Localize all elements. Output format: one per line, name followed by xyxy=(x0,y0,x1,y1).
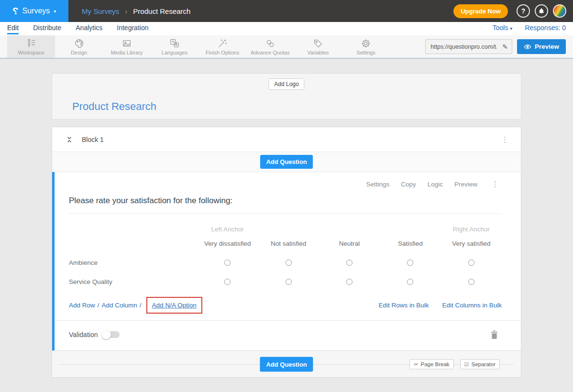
responses-count[interactable]: Responses: 0 xyxy=(525,24,566,32)
footer-actions: ✂ Page Break ☑ Separator xyxy=(409,359,500,369)
validation-toggle[interactable] xyxy=(102,331,120,338)
toolbar-advance-quotas[interactable]: Advance Quotas xyxy=(246,35,294,58)
radio-button[interactable] xyxy=(224,260,231,266)
block-menu-button[interactable]: ⋮ xyxy=(498,135,511,144)
delete-question-button[interactable] xyxy=(491,330,498,339)
toolbar-languages[interactable]: Languages xyxy=(151,35,198,58)
tab-distribute[interactable]: Distribute xyxy=(33,24,61,34)
bulk-edit-links: Edit Rows in Bulk Edit Columns in Bulk xyxy=(378,302,502,309)
magic-wand-icon xyxy=(217,38,228,49)
breadcrumb-current: Product Research xyxy=(133,7,190,15)
add-na-option-link[interactable]: Add N/A Option xyxy=(152,302,197,309)
survey-url-input[interactable] xyxy=(426,44,498,50)
toolbar-workspace[interactable]: Workspace xyxy=(7,35,55,58)
left-anchor-label[interactable]: Left Anchor xyxy=(197,214,258,234)
question-logic-link[interactable]: Logic xyxy=(428,181,443,188)
section-nav: Edit Distribute Analytics Integration To… xyxy=(0,22,573,35)
translate-icon xyxy=(169,38,180,49)
nav-right: Tools ▾ Responses: 0 xyxy=(493,24,566,32)
page-break-button[interactable]: ✂ Page Break xyxy=(409,359,453,369)
block-title: Block 1 xyxy=(82,136,104,143)
toolbar-label: Advance Quotas xyxy=(251,50,289,55)
row-label[interactable]: Ambience xyxy=(69,253,197,272)
survey-title[interactable]: Product Research xyxy=(72,100,156,113)
toolbar-label: Finish Options xyxy=(206,50,239,55)
add-question-button-bottom[interactable]: Add Question xyxy=(260,357,313,371)
edit-columns-bulk-link[interactable]: Edit Columns in Bulk xyxy=(442,302,502,309)
toolbar-finish-options[interactable]: Finish Options xyxy=(198,35,246,58)
toolbar-variables[interactable]: Variables xyxy=(294,35,342,58)
toolbar-media-library[interactable]: Media Library xyxy=(103,35,151,58)
block-header: Block 1 ⋮ xyxy=(52,127,521,152)
radio-button[interactable] xyxy=(346,260,353,266)
question-menu-button[interactable]: ⋮ xyxy=(489,180,502,188)
add-column-link[interactable]: Add Column xyxy=(102,302,137,309)
edit-rows-bulk-link[interactable]: Edit Rows in Bulk xyxy=(378,302,429,309)
separator-button[interactable]: ☑ Separator xyxy=(460,359,500,369)
add-question-button-top[interactable]: Add Question xyxy=(260,155,312,169)
tab-edit[interactable]: Edit xyxy=(7,24,19,34)
radio-button[interactable] xyxy=(224,279,231,285)
column-header[interactable]: Satisfied xyxy=(380,234,441,253)
tools-label: Tools xyxy=(493,24,508,32)
validation-label: Validation xyxy=(69,331,98,338)
question-preview-link[interactable]: Preview xyxy=(454,181,477,188)
radio-button[interactable] xyxy=(468,260,474,266)
matrix-table: Left Anchor Right Anchor Very dissatisfi… xyxy=(69,214,502,291)
breadcrumb-separator-icon: › xyxy=(125,7,127,15)
toolbar-design[interactable]: Design xyxy=(55,35,103,58)
column-header[interactable]: Not satisfied xyxy=(258,234,319,253)
tools-dropdown[interactable]: Tools ▾ xyxy=(493,24,513,32)
radio-button[interactable] xyxy=(407,260,413,266)
column-header[interactable]: Very dissatisfied xyxy=(197,234,258,253)
app-menu-label: Surveys xyxy=(22,7,50,15)
radio-button[interactable] xyxy=(468,279,474,285)
toolbar-right: ✎ Preview xyxy=(425,35,573,58)
add-row-link[interactable]: Add Row xyxy=(69,302,95,309)
toolbar-label: Workspace xyxy=(18,50,44,55)
help-icon: ? xyxy=(521,7,526,15)
column-header[interactable]: Very satisfied xyxy=(441,234,502,253)
radio-button[interactable] xyxy=(346,279,353,285)
row-label[interactable]: Service Quality xyxy=(69,272,197,291)
radio-button[interactable] xyxy=(286,260,292,266)
right-anchor-label[interactable]: Right Anchor xyxy=(441,214,502,234)
eye-icon xyxy=(524,44,531,50)
question-text[interactable]: Please rate your satisfaction for the fo… xyxy=(69,196,502,214)
nav-tabs: Edit Distribute Analytics Integration xyxy=(7,24,148,34)
preview-button[interactable]: Preview xyxy=(517,39,566,54)
palette-icon xyxy=(74,38,84,49)
toggle-knob xyxy=(101,330,111,339)
add-question-row-top: Add Question xyxy=(52,152,521,172)
radio-button[interactable] xyxy=(286,279,292,285)
app-menu-surveys[interactable]: ? Surveys ▾ xyxy=(0,0,68,22)
validation-row: Validation xyxy=(69,321,502,350)
question-settings-link[interactable]: Settings xyxy=(366,181,389,188)
toolbar-settings[interactable]: Settings xyxy=(342,35,390,58)
survey-url-box: ✎ xyxy=(425,39,512,54)
question-copy-link[interactable]: Copy xyxy=(401,181,416,188)
matrix-actions-row: Add Row / Add Column / Add N/A Option Ed… xyxy=(69,291,502,320)
tab-analytics[interactable]: Analytics xyxy=(76,24,102,34)
help-button[interactable]: ? xyxy=(517,4,530,18)
tab-integration[interactable]: Integration xyxy=(117,24,148,34)
breadcrumb-my-surveys[interactable]: My Surveys xyxy=(82,7,119,15)
workspace-icon xyxy=(26,38,36,49)
image-icon xyxy=(121,38,132,49)
gear-icon xyxy=(361,38,371,49)
toolbar-label: Variables xyxy=(307,50,329,55)
block-container: Block 1 ⋮ Add Question Settings Copy Log… xyxy=(52,127,521,378)
column-header[interactable]: Neutral xyxy=(319,234,380,253)
radio-button[interactable] xyxy=(407,279,413,285)
collapse-block-button[interactable] xyxy=(66,136,73,143)
survey-header-panel: Add Logo Product Research xyxy=(52,73,521,120)
avatar[interactable] xyxy=(553,4,566,18)
block-footer: Add Question ✂ Page Break ☑ Separator xyxy=(52,350,521,377)
collapse-icon xyxy=(66,136,73,143)
toolbar-label: Settings xyxy=(356,50,375,55)
add-logo-button[interactable]: Add Logo xyxy=(268,78,304,90)
breadcrumb-bar: My Surveys › Product Research Upgrade No… xyxy=(68,0,573,22)
edit-url-icon[interactable]: ✎ xyxy=(498,43,512,51)
upgrade-now-button[interactable]: Upgrade Now xyxy=(453,4,508,18)
notifications-button[interactable] xyxy=(535,4,548,18)
